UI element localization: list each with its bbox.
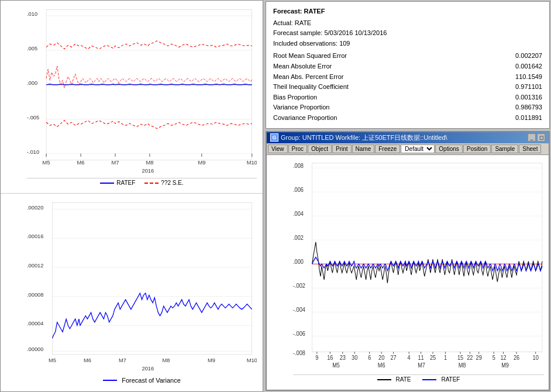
svg-text:M7: M7 xyxy=(119,357,126,363)
svg-text:M8: M8 xyxy=(459,362,466,369)
svg-text:-.006: -.006 xyxy=(293,330,305,337)
right-panel: Forecast: RATEF Actual: RATE Forecast sa… xyxy=(263,0,551,392)
minimize-button[interactable]: _ xyxy=(528,133,536,142)
svg-text:M8: M8 xyxy=(162,357,170,363)
legend-variance: Forecast of Variance xyxy=(103,377,181,384)
forecast-error-svg: .010 .005 .000 -.005 -.010 xyxy=(27,6,257,176)
view-button[interactable]: View xyxy=(268,145,288,153)
svg-text:20: 20 xyxy=(378,354,385,361)
svg-text:.010: .010 xyxy=(27,11,37,17)
svg-text:2016: 2016 xyxy=(142,167,154,173)
svg-text:9: 9 xyxy=(315,354,319,361)
group-chart-svg: .008 .006 .004 .002 .000 -.002 -.004 -.0… xyxy=(293,160,544,372)
svg-text:-.002: -.002 xyxy=(293,282,305,289)
svg-text:-.004: -.004 xyxy=(293,306,305,313)
group-icon: G xyxy=(270,133,278,142)
svg-text:29: 29 xyxy=(476,354,483,361)
svg-text:4: 4 xyxy=(408,354,411,361)
group-title: Group: UNTITLED Workfile: 上证50ETF日线数据::U… xyxy=(281,133,447,142)
svg-text:.002: .002 xyxy=(293,234,304,241)
legend-rate: RATE xyxy=(377,376,411,383)
sample-button[interactable]: Sample xyxy=(491,145,518,153)
legend-ratef-label: RATEF xyxy=(116,180,135,186)
stats-value-rmse: 0.002207 xyxy=(495,51,542,61)
svg-text:M9: M9 xyxy=(208,357,215,363)
svg-text:-.010: -.010 xyxy=(27,148,39,154)
svg-text:15: 15 xyxy=(457,354,464,361)
object-button[interactable]: Object xyxy=(308,145,332,153)
svg-text:.00012: .00012 xyxy=(27,262,43,269)
stats-value-covariance: 0.011891 xyxy=(495,113,542,123)
stats-row-covariance: Covariance Proportion 0.011891 xyxy=(273,113,542,123)
svg-text:12: 12 xyxy=(500,354,506,361)
svg-text:22: 22 xyxy=(467,354,473,361)
stats-observations: Included observations: 109 xyxy=(273,39,542,49)
svg-text:.005: .005 xyxy=(27,45,37,51)
stats-label-theil: Theil Inequality Coefficient xyxy=(273,82,390,92)
stats-label-mae: Mean Absolute Error xyxy=(273,61,390,72)
svg-rect-30 xyxy=(52,203,252,355)
svg-text:M7: M7 xyxy=(418,362,425,369)
svg-text:M9: M9 xyxy=(501,362,509,369)
chart-top-left: .010 .005 .000 -.005 -.010 xyxy=(1,1,263,194)
stats-row-theil: Theil Inequality Coefficient 0.971101 xyxy=(273,82,542,92)
svg-text:M5: M5 xyxy=(49,357,56,363)
svg-text:.000: .000 xyxy=(293,258,304,265)
svg-text:.000: .000 xyxy=(27,80,37,86)
name-button[interactable]: Name xyxy=(352,145,375,153)
legend-variance-label: Forecast of Variance xyxy=(122,377,181,384)
svg-text:.00000: .00000 xyxy=(27,346,43,352)
svg-text:27: 27 xyxy=(390,354,396,361)
group-window: G Group: UNTITLED Workfile: 上证50ETF日线数据:… xyxy=(266,131,550,391)
svg-text:M10: M10 xyxy=(247,357,257,363)
stats-sample: Forecast sample: 5/03/2016 10/13/2016 xyxy=(273,28,542,39)
svg-text:M6: M6 xyxy=(77,159,85,166)
svg-text:M7: M7 xyxy=(112,159,119,166)
chart-bottom-left: .00020 .00016 .00012 .00008 .00004 .0000… xyxy=(1,194,263,391)
legend-se: ??2 S.E. xyxy=(144,180,183,186)
bottom-left-legend: Forecast of Variance xyxy=(27,377,257,384)
stats-forecast-title: Forecast: RATEF xyxy=(273,6,542,17)
stats-value-mape: 110.1549 xyxy=(495,72,542,82)
stats-value-variance: 0.986793 xyxy=(495,102,542,113)
stats-value-theil: 0.971101 xyxy=(495,82,542,92)
left-panel: .010 .005 .000 -.005 -.010 xyxy=(0,0,263,392)
group-titlebar-left: G Group: UNTITLED Workfile: 上证50ETF日线数据:… xyxy=(270,133,447,142)
position-button[interactable]: Position xyxy=(463,145,491,153)
svg-text:.006: .006 xyxy=(293,186,304,193)
stats-row-mape: Mean Abs. Percent Error 110.1549 xyxy=(273,72,542,82)
view-select[interactable]: Default xyxy=(401,145,435,153)
svg-text:1: 1 xyxy=(444,354,447,361)
options-button[interactable]: Options xyxy=(435,145,462,153)
proc-button[interactable]: Proc xyxy=(288,145,308,153)
print-button[interactable]: Print xyxy=(332,145,352,153)
group-chart-legend: RATE RATEF xyxy=(293,374,544,383)
svg-text:.00020: .00020 xyxy=(27,204,43,210)
main-container: .010 .005 .000 -.005 -.010 xyxy=(0,0,551,392)
stats-label-covariance: Covariance Proportion xyxy=(273,113,390,123)
stats-row-variance: Variance Proportion 0.986793 xyxy=(273,102,542,113)
svg-text:M6: M6 xyxy=(378,362,385,369)
svg-text:26: 26 xyxy=(514,354,520,361)
sheet-button[interactable]: Sheet xyxy=(519,145,541,153)
stats-row-rmse: Root Mean Squared Error 0.002207 xyxy=(273,51,542,61)
svg-text:.004: .004 xyxy=(293,210,304,217)
group-chart: .008 .006 .004 .002 .000 -.002 -.004 -.0… xyxy=(267,155,549,390)
top-left-legend: RATEF ??2 S.E. xyxy=(27,178,257,187)
svg-text:-.005: -.005 xyxy=(27,114,39,121)
restore-button[interactable]: ◻ xyxy=(537,133,545,142)
freeze-button[interactable]: Freeze xyxy=(375,145,400,153)
stats-label-rmse: Root Mean Squared Error xyxy=(273,51,390,61)
stats-box: Forecast: RATEF Actual: RATE Forecast sa… xyxy=(266,1,550,129)
svg-text:M6: M6 xyxy=(84,357,91,363)
svg-text:10: 10 xyxy=(533,354,539,361)
stats-label-mape: Mean Abs. Percent Error xyxy=(273,72,390,82)
legend-ratef: RATEF xyxy=(100,180,135,186)
variance-forecast-svg: .00020 .00016 .00012 .00008 .00004 .0000… xyxy=(27,200,257,374)
svg-text:5: 5 xyxy=(493,354,496,361)
stats-label-bias: Bias Proportion xyxy=(273,92,390,103)
svg-text:-.008: -.008 xyxy=(293,349,305,356)
stats-row-bias: Bias Proportion 0.001316 xyxy=(273,92,542,103)
stats-row-mae: Mean Absolute Error 0.001642 xyxy=(273,61,542,72)
svg-text:2016: 2016 xyxy=(142,365,154,372)
